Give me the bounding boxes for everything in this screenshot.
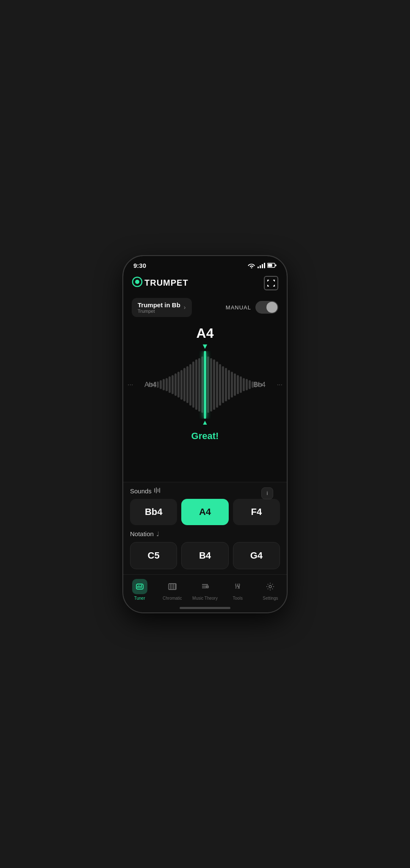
header: TRUMPET (123, 273, 287, 295)
notation-note-button[interactable]: B4 (181, 542, 228, 569)
sounds-note-grid: Bb4A4F4 (130, 499, 280, 525)
tuner-bar (237, 375, 239, 395)
sound-note-label: A4 (199, 506, 211, 517)
svg-point-25 (269, 585, 271, 588)
nav-item-chromatic[interactable]: Chromatic (156, 579, 188, 601)
nav-item-settings[interactable]: Settings (254, 579, 287, 601)
logo: TRUMPET (132, 276, 188, 290)
tuner-bar (180, 370, 183, 400)
notation-note-button[interactable]: G4 (233, 542, 280, 569)
scale-left-note: Ab4 (144, 381, 156, 389)
bottom-nav: TunerChromaticMusic TheoryToolsSettings (123, 574, 287, 604)
tuner-bar (172, 375, 174, 395)
music-theory-nav-icon (197, 579, 213, 594)
tuner-bar (240, 376, 242, 393)
sounds-section: i Sounds Bb4A4F4 Notation ♩ C5B4G4 (123, 482, 287, 574)
tuner-bar (201, 356, 203, 413)
notation-note-label: B4 (199, 550, 211, 561)
nav-label-tools: Tools (233, 596, 243, 601)
tuner-bar (210, 358, 212, 412)
sound-note-label: Bb4 (145, 506, 163, 517)
sound-note-button[interactable]: Bb4 (130, 499, 177, 525)
tuner-bar (207, 356, 209, 413)
status-bar: 9:30 (123, 256, 287, 273)
notation-note-label: G4 (250, 550, 263, 561)
sounds-icon (154, 487, 161, 495)
tuner-bar (169, 376, 171, 393)
instrument-selector[interactable]: Trumpet in Bb Trumpet › (132, 298, 192, 317)
home-indicator (123, 604, 287, 612)
svg-rect-2 (262, 264, 263, 268)
tuner-bar (249, 380, 251, 389)
center-line (204, 351, 206, 419)
wifi-icon (248, 262, 255, 268)
tuner-feedback: Great! (191, 431, 219, 442)
tuner-bar (195, 359, 197, 410)
tuner-scale: ··· Ab4 Bb4 ··· (123, 351, 287, 419)
tuner-bar (228, 370, 230, 400)
chromatic-nav-icon (165, 579, 180, 594)
scale-right-note: Bb4 (254, 381, 266, 389)
nav-item-tools[interactable]: Tools (222, 579, 254, 601)
nav-item-music-theory[interactable]: Music Theory (188, 579, 221, 601)
tuner-bar (192, 362, 194, 408)
arrow-up-icon: ▲ (191, 419, 219, 426)
svg-point-8 (135, 280, 139, 284)
tuner-display: A4 ▼ ··· Ab4 Bb4 ··· ▲ Great! (123, 321, 287, 482)
instrument-row: Trumpet in Bb Trumpet › MANUAL (123, 295, 287, 321)
tuner-bar (219, 364, 221, 406)
nav-label-chromatic: Chromatic (163, 596, 182, 601)
battery-icon (267, 263, 277, 268)
scan-icon[interactable] (264, 276, 278, 290)
tuner-bar (160, 380, 162, 389)
chevron-right-icon: › (184, 304, 186, 311)
manual-toggle[interactable] (255, 301, 278, 314)
tuner-bar (222, 366, 224, 403)
svg-rect-5 (268, 264, 272, 267)
sound-note-button[interactable]: F4 (233, 499, 280, 525)
logo-icon (132, 276, 143, 290)
notation-note-label: C5 (148, 550, 160, 561)
nav-label-settings: Settings (263, 596, 278, 601)
status-icons (248, 262, 277, 268)
sound-note-label: F4 (251, 506, 262, 517)
nav-label-music-theory: Music Theory (192, 596, 218, 601)
tuner-bar (216, 362, 218, 408)
signal-icon (258, 262, 265, 268)
manual-toggle-row: MANUAL (226, 301, 278, 314)
tuner-bar (198, 358, 200, 412)
scale-dots-right: ··· (277, 381, 283, 389)
note-arrow-down-icon: ▼ (201, 342, 209, 351)
svg-rect-6 (275, 264, 277, 266)
notation-icon: ♩ (156, 530, 159, 538)
instrument-name: Trumpet in Bb (138, 301, 180, 309)
tuner-bar (163, 379, 165, 390)
tuner-bar (234, 373, 236, 396)
tuner-bar (157, 381, 159, 388)
status-time: 9:30 (133, 262, 146, 269)
svg-rect-12 (159, 488, 160, 493)
tools-nav-icon (230, 579, 245, 594)
home-bar (180, 607, 230, 609)
nav-item-tuner[interactable]: Tuner (123, 579, 156, 601)
svg-rect-1 (260, 265, 261, 268)
tuner-bar (189, 364, 191, 406)
info-button[interactable]: i (261, 487, 273, 499)
svg-rect-3 (264, 263, 265, 268)
tuner-bar (183, 368, 186, 401)
tuner-nav-icon (132, 579, 147, 594)
notation-note-button[interactable]: C5 (130, 542, 177, 569)
settings-nav-icon (263, 579, 278, 594)
tuner-note: A4 (197, 326, 214, 341)
notation-label: Notation ♩ (130, 530, 280, 538)
logo-text: TRUMPET (144, 278, 188, 288)
toggle-knob (266, 302, 277, 313)
instrument-sub: Trumpet (138, 309, 180, 314)
manual-label: MANUAL (226, 304, 251, 311)
svg-rect-9 (154, 488, 155, 492)
sounds-header: Sounds (130, 487, 280, 495)
sound-note-button[interactable]: A4 (181, 499, 228, 525)
scale-dots-left: ··· (127, 381, 133, 389)
tuner-bar (213, 359, 215, 410)
tuner-bar (246, 379, 248, 390)
